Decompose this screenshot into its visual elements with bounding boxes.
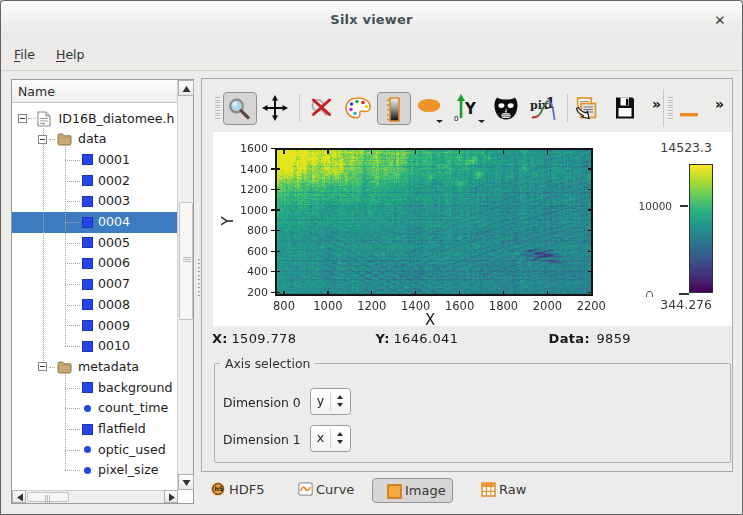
y-axis-orientation-button[interactable]: Y 0 [452,93,482,123]
image-icon [387,484,402,499]
title-bar[interactable]: Silx viewer ✕ [1,1,742,39]
tree-branch-line [65,450,81,451]
mask-button[interactable] [491,93,521,123]
tree-item-data[interactable]: data [12,129,178,150]
tree-branch-line [65,145,66,346]
y-tick [277,230,280,231]
x-tick [591,150,592,154]
mask-icon [491,93,521,123]
tree-item-0005[interactable]: 0005 [12,232,178,253]
svg-text:h5: h5 [214,485,223,492]
tree-header-name[interactable]: Name [12,80,178,103]
tree-item-0006[interactable]: 0006 [12,253,178,274]
plot-widget[interactable]: 8001000120014001600180020002200200400600… [213,132,732,326]
horizontal-profile-button[interactable] [674,93,704,123]
aspect-ratio-ellipse-icon [414,93,444,123]
position-info-bar: X: 1509.778 Y: 1646.041 Data: 9859 [212,328,731,350]
x-tick [459,291,460,294]
tree-item-0002[interactable]: 0002 [12,170,178,191]
tree-branch-line [65,201,81,202]
colorbar-max-label: 14523.3 [651,140,712,155]
pan-mode-button[interactable] [260,93,290,123]
tree-vscroll-thumb[interactable] [179,202,193,320]
tree-item-0004[interactable]: 0004 [12,212,178,233]
tree-vertical-scrollbar[interactable] [177,80,193,490]
data-viewer-frame: Y 0 pix [201,78,733,472]
tree-expander-icon[interactable] [38,362,47,371]
tree-expander-icon[interactable] [18,114,27,123]
profile-toolbar-drag-handle[interactable] [668,97,673,120]
tree-branch-line [28,118,36,119]
y-tick [277,209,280,210]
status-x-value: 1509.778 [232,331,297,346]
menu-help[interactable]: Help [56,47,85,62]
toolbar-extension-button[interactable]: » [652,96,661,112]
save-button[interactable] [609,93,639,123]
toolbar-drag-handle[interactable] [215,97,220,120]
spinner-arrows-icon[interactable] [331,389,351,414]
tree-item-label: count_time [98,400,168,415]
y-tick [277,189,280,190]
menu-file[interactable]: File [14,47,35,62]
dimension-1-combobox[interactable]: x [310,425,351,452]
dataset-icon [82,320,93,331]
folder-icon [57,360,72,374]
tree-item-0008[interactable]: 0008 [12,294,178,315]
tree-branch-line [65,388,81,389]
y-tick-label: 1400 [230,163,268,176]
tab-image[interactable]: Image [372,478,453,503]
aspect-ratio-button[interactable] [414,93,444,123]
colorbar-tick [680,205,688,207]
tree-item-0007[interactable]: 0007 [12,274,178,295]
tree-branch-line [65,263,81,264]
pixel-intensity-icon: pix 1 [529,93,561,123]
tree-branch-line [65,284,81,285]
tree-item-flatfield[interactable]: flatfield [12,419,178,440]
y-tick [271,148,276,149]
spinner-arrows-icon[interactable] [331,426,351,451]
tree-item-label: 0002 [98,173,130,188]
scroll-up-button[interactable] [178,80,194,96]
x-tick [547,291,548,294]
tree-branch-line [65,160,81,161]
copy-button[interactable] [573,93,603,123]
tree-item-0001[interactable]: 0001 [12,149,178,170]
pixel-intensity-button[interactable]: pix 1 [529,93,559,123]
tree-item-id16b-diatomee-h[interactable]: ID16B_diatomee.h [12,108,178,129]
colorbar-gradient[interactable] [689,164,713,293]
dataset-icon [82,382,93,393]
status-y-value: 1646.041 [394,331,459,346]
tree-item-0010[interactable]: 0010 [12,336,178,357]
toolbar-separator [567,94,568,122]
y-tick [277,251,280,252]
tree-body: ID16B_diatomee.hdata00010002000300040005… [12,103,178,492]
tree-item-count-time[interactable]: count_time [12,398,178,419]
y-tick [271,230,276,231]
x-tick [371,291,372,294]
zoom-mode-button[interactable] [223,92,257,125]
dataset-icon [82,258,93,269]
zoom-icon [224,93,258,126]
plot-axes-border [275,148,593,296]
tree-item-0009[interactable]: 0009 [12,315,178,336]
tree-item-label: 0001 [98,152,130,167]
y-tick [271,209,276,210]
zoom-reset-button[interactable] [306,93,336,123]
tree-expander-icon[interactable] [38,135,47,144]
tree-item-label: flatfield [98,421,146,436]
tree-item-optic-used[interactable]: optic_used [12,439,178,460]
colorbar-button[interactable] [377,92,411,125]
tree-item-metadata[interactable]: metadata [12,356,178,377]
x-tick-label: 1000 [306,299,350,313]
colormap-button[interactable] [343,93,373,123]
status-data-value: 9859 [597,331,631,346]
dimension-0-combobox[interactable]: y [310,388,351,415]
x-tick [415,291,416,294]
tree-item-background[interactable]: background [12,377,178,398]
close-icon[interactable]: ✕ [711,11,729,29]
profile-toolbar-extension-button[interactable]: » [715,96,724,112]
tree-item-0003[interactable]: 0003 [12,191,178,212]
toolbar-separator [299,94,300,122]
tree-branch-line [65,408,81,409]
y-tick [277,168,280,169]
